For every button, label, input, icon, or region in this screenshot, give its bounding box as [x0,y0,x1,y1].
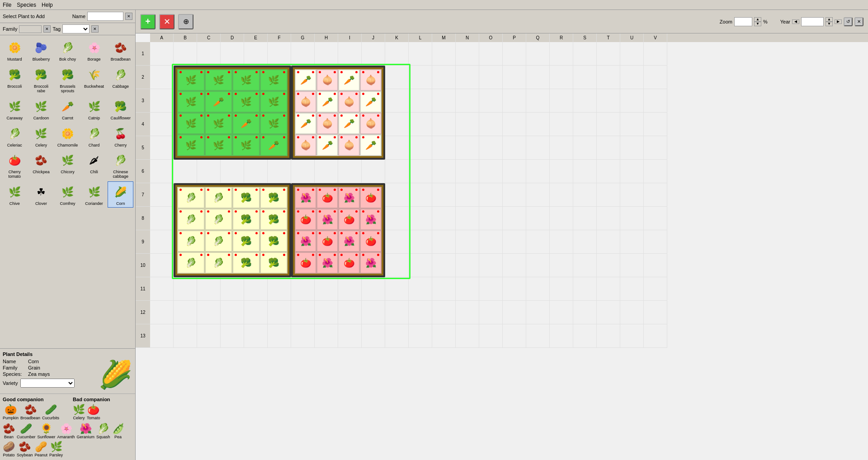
grid-cell-4E[interactable] [244,113,268,136]
grid-cell-5E[interactable] [244,136,268,160]
grid-cell-9F[interactable] [268,230,291,254]
plant-item-chickpea[interactable]: 🫘Chickpea [28,150,54,180]
grid-cell-12M[interactable] [432,301,456,324]
grid-cell-11U[interactable] [620,277,644,301]
grid-cell-6E[interactable] [244,160,268,183]
grid-cell-5J[interactable] [362,136,385,160]
grid-cell-11N[interactable] [456,277,479,301]
grid-cell-1I[interactable] [338,42,362,66]
grid-cell-4C[interactable] [197,113,221,136]
grid-cell-9J[interactable] [362,230,385,254]
restore-btn[interactable]: ↺ [844,17,853,26]
grid-cell-2U[interactable] [620,66,644,89]
plant-item-blueberry[interactable]: 🫐Blueberry [28,37,54,63]
grid-cell-11S[interactable] [573,277,597,301]
plant-item-clover[interactable]: ☘Clover [28,181,54,208]
grid-cell-5Q[interactable] [526,136,550,160]
grid-cell-7U[interactable] [620,183,644,207]
grid-cell-8L[interactable] [409,207,432,230]
grid-cell-1C[interactable] [197,42,221,66]
grid-cell-6C[interactable] [197,160,221,183]
family-close-btn[interactable]: ✕ [43,25,51,33]
grid-cell-12O[interactable] [479,301,503,324]
grid-cell-2K[interactable] [385,66,409,89]
grid-cell-10L[interactable] [409,254,432,277]
plant-item-broccoli[interactable]: 🥦Broccoli [2,64,28,95]
bad-companion-tomato[interactable]: 🍅Tomato [87,404,100,420]
grid-cell-1S[interactable] [573,42,597,66]
grid-cell-9K[interactable] [385,230,409,254]
grid-cell-2S[interactable] [573,66,597,89]
grid-cell-5P[interactable] [503,136,526,160]
grid-cell-8M[interactable] [432,207,456,230]
grid-cell-6N[interactable] [456,160,479,183]
grid-cell-10P[interactable] [503,254,526,277]
grid-cell-6H[interactable] [315,160,338,183]
grid-cell-12Q[interactable] [526,301,550,324]
plant-item-chard[interactable]: 🥬Chard [81,123,107,149]
grid-cell-1V[interactable] [644,42,667,66]
grid-cell-1T[interactable] [597,42,620,66]
grid-cell-5R[interactable] [550,136,573,160]
grid-cell-8U[interactable] [620,207,644,230]
grid-cell-12U[interactable] [620,301,644,324]
grid-cell-13L[interactable] [409,324,432,348]
grid-cell-1Q[interactable] [526,42,550,66]
grid-cell-11J[interactable] [362,277,385,301]
grid-cell-9T[interactable] [597,230,620,254]
grid-cell-13D[interactable] [221,324,244,348]
grid-cell-4O[interactable] [479,113,503,136]
grid-cell-10K[interactable] [385,254,409,277]
grid-cell-13A[interactable] [150,324,174,348]
plant-item-corn[interactable]: 🌽Corn [108,181,133,208]
canvas-area[interactable]: ABCDEFGHIJKLMNOPQRSTUV 12345678910111213 [136,33,868,460]
grid-cell-11H[interactable] [315,277,338,301]
grid-cell-11V[interactable] [644,277,667,301]
grid-cell-4R[interactable] [550,113,573,136]
good-companion-broadbean[interactable]: 🫘Broadbean [20,404,40,420]
companion-cucumber[interactable]: 🥒Cucumber [17,423,36,439]
grid-cell-13R[interactable] [550,324,573,348]
grid-cell-3G[interactable] [291,89,315,113]
grid-cell-4U[interactable] [620,113,644,136]
grid-cell-9L[interactable] [409,230,432,254]
grid-cell-12D[interactable] [221,301,244,324]
grid-cell-2P[interactable] [503,66,526,89]
grid-cell-3P[interactable] [503,89,526,113]
year-next-btn[interactable]: ▶ [835,19,842,24]
plant-item-chicory[interactable]: 🌿Chicory [55,150,80,180]
grid-cell-8G[interactable] [291,207,315,230]
grid-cell-5L[interactable] [409,136,432,160]
grid-cell-9E[interactable] [244,230,268,254]
grid-cell-4M[interactable] [432,113,456,136]
grid-cell-8O[interactable] [479,207,503,230]
grid-cell-2D[interactable] [221,66,244,89]
menu-file[interactable]: File [3,2,11,8]
grid-cell-10T[interactable] [597,254,620,277]
plant-item-chili[interactable]: 🌶Chili [81,150,107,180]
grid-cell-2V[interactable] [644,66,667,89]
companion-amaranth[interactable]: 🌸Amaranth [57,423,75,439]
grid-cell-4I[interactable] [338,113,362,136]
grid-cell-3V[interactable] [644,89,667,113]
grid-cell-6V[interactable] [644,160,667,183]
grid-cell-9V[interactable] [644,230,667,254]
grid-cell-9G[interactable] [291,230,315,254]
grid-cell-4Q[interactable] [526,113,550,136]
plant-item-bok-choy[interactable]: 🥬Bok choy [55,37,80,63]
grid-cell-8B[interactable] [174,207,197,230]
grid-cell-5C[interactable] [197,136,221,160]
grid-cell-4L[interactable] [409,113,432,136]
grid-cell-1F[interactable] [268,42,291,66]
grid-cell-13N[interactable] [456,324,479,348]
grid-cell-5S[interactable] [573,136,597,160]
grid-cell-10Q[interactable] [526,254,550,277]
grid-cell-1D[interactable] [221,42,244,66]
plant-item-comfrey[interactable]: 🌿Comfrey [55,181,80,208]
grid-cell-8V[interactable] [644,207,667,230]
grid-cell-10O[interactable] [479,254,503,277]
grid-cell-6D[interactable] [221,160,244,183]
companion-peanut[interactable]: 🥜Peanut [35,441,48,457]
grid-cell-9R[interactable] [550,230,573,254]
grid-cell-10C[interactable] [197,254,221,277]
